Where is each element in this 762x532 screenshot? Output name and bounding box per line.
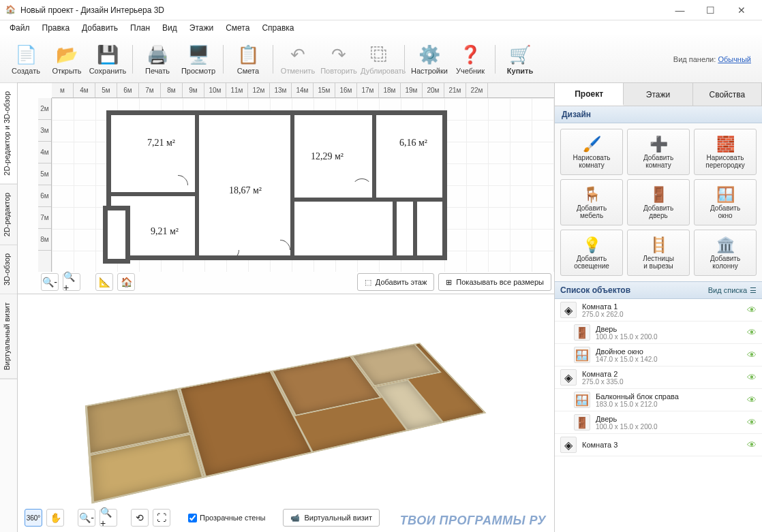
virtual-visit-button[interactable]: 📹Виртуальный визит bbox=[283, 509, 380, 527]
toolbar-Печать[interactable]: 🖨️Печать bbox=[137, 41, 178, 78]
pan-button[interactable]: ✋ bbox=[46, 509, 64, 527]
zoom-in-button[interactable]: 🔍+ bbox=[63, 273, 80, 291]
menu-Этажи[interactable]: Этажи bbox=[184, 22, 219, 34]
side-panel: ПроектЭтажиСвойства Дизайн 🖌️Нарисоватьк… bbox=[554, 83, 762, 532]
canvas-2d[interactable]: м4м5м6м7м8м9м10м11м12м13м14м15м16м17м18м… bbox=[18, 83, 554, 294]
toolbar-Дублировать: ⿻Дублировать bbox=[359, 41, 400, 78]
panel-mode-link[interactable]: Обычный bbox=[718, 55, 751, 63]
Учебник-icon: ❓ bbox=[451, 44, 489, 67]
tool-Лестницы и вырезы[interactable]: 🪜Лестницыи вырезы bbox=[627, 230, 690, 276]
app-icon: 🏠 bbox=[5, 5, 16, 16]
fit-view-button[interactable]: ⛶ bbox=[153, 509, 170, 527]
menu-План[interactable]: План bbox=[125, 22, 155, 34]
object-item[interactable]: 🪟Двойное окно147.0 x 15.0 x 142.0👁 bbox=[555, 344, 762, 366]
vtab-2[interactable]: 3D-обзор bbox=[0, 245, 17, 294]
tool-Нарисовать перегородку[interactable]: 🧱Нарисоватьперегородку bbox=[694, 129, 757, 175]
vtab-3[interactable]: Виртуальный визит bbox=[0, 294, 17, 379]
measure-button[interactable]: 📐 bbox=[95, 273, 113, 291]
object-item[interactable]: 🚪Дверь100.0 x 15.0 x 200.0👁 bbox=[555, 411, 762, 434]
object-item[interactable]: ◈Комната 2275.0 x 335.0👁 bbox=[555, 366, 762, 389]
toolbar-Сохранить[interactable]: 💾Сохранить bbox=[87, 41, 128, 78]
vtab-0[interactable]: 2D-редактор и 3D-обзор bbox=[0, 83, 17, 185]
toolbar-Купить[interactable]: 🛒Купить bbox=[500, 41, 540, 78]
canvas-3d-toolbar: 360° ✋ 🔍- 🔍+ ⟲ ⛶ Прозрачные стены 📹Вирту… bbox=[25, 507, 547, 528]
canvas-2d-toolbar: 🔍- 🔍+ 📐 🏠 ⬚Добавить этаж ⊞Показывать все… bbox=[41, 273, 551, 291]
object-item[interactable]: ◈Комната 1275.0 x 262.0👁 bbox=[555, 299, 762, 322]
room-area-label: 9,21 м² bbox=[151, 226, 179, 237]
menu-Правка[interactable]: Правка bbox=[37, 22, 76, 34]
tool-Добавить мебель[interactable]: 🪑Добавитьмебель bbox=[560, 179, 623, 225]
canvas-3d[interactable]: 360° ✋ 🔍- 🔍+ ⟲ ⛶ Прозрачные стены 📹Вирту… bbox=[18, 294, 554, 532]
Создать-icon: 📄 bbox=[7, 44, 45, 67]
visibility-icon[interactable]: 👁 bbox=[747, 439, 757, 450]
zoom-out-3d-button[interactable]: 🔍- bbox=[78, 509, 95, 527]
reset-view-button[interactable]: ⟲ bbox=[131, 509, 149, 527]
visibility-icon[interactable]: 👁 bbox=[747, 327, 757, 338]
dimensions-icon: ⊞ bbox=[446, 278, 452, 287]
tool-icon: 🚪 bbox=[650, 185, 668, 204]
close-button[interactable]: ✕ bbox=[726, 0, 757, 20]
visibility-icon[interactable]: 👁 bbox=[747, 304, 757, 315]
menu-Добавить[interactable]: Добавить bbox=[76, 22, 123, 34]
menu-Файл[interactable]: Файл bbox=[4, 22, 35, 34]
menu-Смета[interactable]: Смета bbox=[220, 22, 255, 34]
toolbar-Учебник[interactable]: ❓Учебник bbox=[450, 41, 491, 78]
visibility-icon[interactable]: 👁 bbox=[747, 417, 757, 428]
Сохранить-icon: 💾 bbox=[89, 44, 127, 67]
show-sizes-button[interactable]: ⊞Показывать все размеры bbox=[438, 273, 551, 291]
tool-Добавить дверь[interactable]: 🚪Добавитьдверь bbox=[627, 179, 690, 225]
side-tab-Этажи[interactable]: Этажи bbox=[624, 83, 692, 106]
toolbar-Создать[interactable]: 📄Создать bbox=[5, 41, 46, 78]
tool-Добавить комнату[interactable]: ➕Добавитькомнату bbox=[627, 129, 690, 175]
side-tabs: ПроектЭтажиСвойства bbox=[555, 83, 762, 106]
menubar: ФайлПравкаДобавитьПланВидЭтажиСметаСправ… bbox=[0, 20, 762, 35]
camera-icon: 📹 bbox=[290, 514, 300, 522]
object-thumb-icon: 🚪 bbox=[574, 414, 590, 431]
visibility-icon[interactable]: 👁 bbox=[747, 394, 757, 405]
room-area-label: 6,16 м² bbox=[399, 138, 427, 148]
menu-Справка[interactable]: Справка bbox=[256, 22, 299, 34]
visibility-icon[interactable]: 👁 bbox=[747, 349, 757, 360]
floorplan[interactable]: 7,21 м²18,67 м²12,29 м²6,16 м²9,21 м² bbox=[106, 110, 447, 267]
tool-Добавить окно[interactable]: 🪟Добавитьокно bbox=[694, 179, 757, 225]
object-thumb-icon: 🪟 bbox=[574, 392, 590, 408]
room-area-label: 12,29 м² bbox=[311, 151, 344, 162]
vtab-1[interactable]: 2D-редактор bbox=[0, 185, 17, 245]
object-thumb-icon: ◈ bbox=[560, 302, 577, 318]
Настройки-icon: ⚙️ bbox=[410, 44, 448, 67]
minimize-button[interactable]: — bbox=[665, 0, 695, 20]
object-item[interactable]: ◈Комната 3👁 bbox=[555, 434, 762, 456]
toolbar-Настройки[interactable]: ⚙️Настройки bbox=[409, 41, 450, 78]
Просмотр-icon: 🖥️ bbox=[179, 44, 217, 67]
list-view-mode[interactable]: Вид списка ☰ bbox=[708, 286, 757, 295]
Отменить-icon: ↶ bbox=[279, 44, 317, 67]
rotate-360-button[interactable]: 360° bbox=[25, 509, 42, 527]
object-item[interactable]: 🚪Дверь100.0 x 15.0 x 200.0👁 bbox=[555, 322, 762, 344]
Печать-icon: 🖨️ bbox=[138, 44, 177, 67]
side-tab-Проект[interactable]: Проект bbox=[555, 83, 624, 106]
tool-Добавить колонну[interactable]: 🏛️Добавитьколонну bbox=[694, 230, 757, 276]
menu-Вид[interactable]: Вид bbox=[157, 22, 183, 34]
workspace: м4м5м6м7м8м9м10м11м12м13м14м15м16м17м18м… bbox=[18, 83, 554, 532]
maximize-button[interactable]: ☐ bbox=[695, 0, 726, 20]
add-floor-button[interactable]: ⬚Добавить этаж bbox=[357, 273, 434, 291]
zoom-in-3d-button[interactable]: 🔍+ bbox=[100, 509, 117, 527]
tool-Нарисовать комнату[interactable]: 🖌️Нарисоватькомнату bbox=[560, 129, 623, 175]
transparent-walls-checkbox[interactable]: Прозрачные стены bbox=[188, 514, 265, 522]
toolbar-Просмотр[interactable]: 🖥️Просмотр bbox=[178, 41, 219, 78]
toolbar-Отменить: ↶Отменить bbox=[277, 41, 318, 78]
toolbar-Смета[interactable]: 📋Смета bbox=[228, 41, 269, 78]
tool-icon: ➕ bbox=[650, 135, 668, 154]
tool-icon: 🪟 bbox=[716, 185, 735, 204]
panel-mode-label: Вид панели: bbox=[673, 55, 716, 63]
zoom-out-button[interactable]: 🔍- bbox=[41, 273, 59, 291]
ruler-vertical: 2м3м4м5м6м7м8м bbox=[38, 98, 52, 272]
toolbar-Открыть[interactable]: 📂Открыть bbox=[46, 41, 87, 78]
home-button[interactable]: 🏠 bbox=[117, 273, 135, 291]
side-tab-Свойства[interactable]: Свойства bbox=[693, 83, 762, 106]
tool-icon: 🖌️ bbox=[583, 135, 601, 154]
tool-Добавить освещение[interactable]: 💡Добавитьосвещение bbox=[560, 230, 623, 276]
room-area-label: 7,21 м² bbox=[147, 138, 175, 148]
visibility-icon[interactable]: 👁 bbox=[747, 372, 757, 383]
object-item[interactable]: 🪟Балконный блок справа183.0 x 15.0 x 212… bbox=[555, 389, 762, 411]
